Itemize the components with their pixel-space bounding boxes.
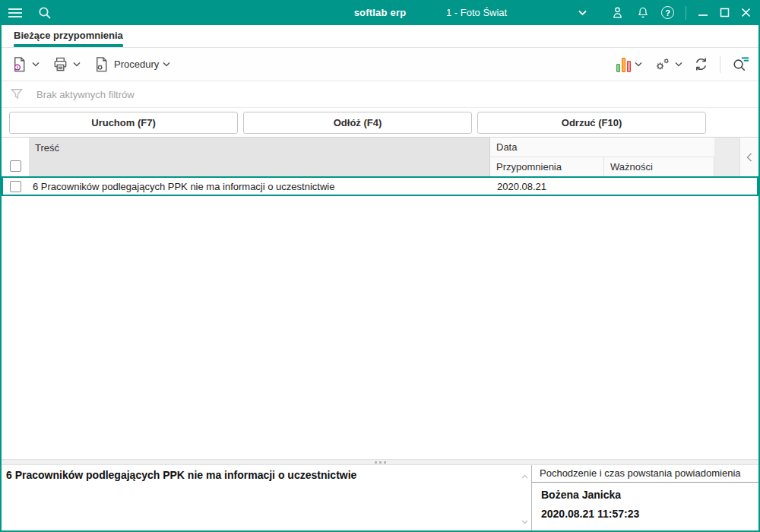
search-filter-button[interactable] (730, 55, 749, 73)
global-search-icon[interactable] (38, 6, 52, 20)
tabbar: Bieżące przypomnienia (2, 25, 758, 48)
close-button[interactable] (741, 8, 751, 17)
chevron-down-icon (578, 10, 587, 16)
maximize-button[interactable] (720, 8, 730, 17)
run-button[interactable]: Uruchom (F7) (9, 112, 238, 134)
notifications-bell-icon[interactable] (636, 5, 650, 20)
filter-funnel-icon (9, 87, 24, 102)
procedures-button[interactable]: Procedury (93, 55, 170, 74)
table-row[interactable]: 6 Pracowników podlegających PPK nie ma i… (2, 176, 758, 196)
column-header-validity-date[interactable]: Ważności (604, 157, 714, 176)
chevron-down-icon (635, 62, 642, 68)
reminder-message-text: 6 Pracowników podlegających PPK nie ma i… (2, 465, 531, 530)
header-checkbox-cell (2, 138, 29, 176)
analysis-chart-button[interactable] (616, 57, 642, 72)
document-gear-icon (93, 55, 110, 74)
table-body (2, 196, 758, 459)
titlebar-separator (686, 6, 686, 20)
gears-icon (652, 55, 671, 74)
company-name: 1 - Foto Świat (446, 7, 507, 18)
table-header: Treść Data Przypomnienia Ważności (2, 137, 758, 176)
header-trailing-cell (714, 138, 739, 176)
settings-button[interactable] (652, 55, 682, 74)
select-all-checkbox[interactable] (10, 160, 21, 172)
company-selector[interactable]: 1 - Foto Świat (446, 7, 587, 18)
chevron-down-icon (675, 62, 682, 68)
reject-button[interactable]: Odrzuć (F10) (477, 112, 706, 134)
date-subcolumns: Przypomnienia Ważności (490, 157, 714, 176)
detail-panel: 6 Pracowników podlegających PPK nie ma i… (2, 465, 758, 530)
user-icon[interactable] (610, 5, 625, 20)
horizontal-splitter[interactable] (2, 459, 758, 465)
splitter-collapse-down-icon[interactable] (521, 514, 528, 527)
chevron-down-icon (32, 62, 40, 68)
document-info-icon (11, 55, 28, 74)
bar-chart-icon (616, 57, 631, 72)
help-icon[interactable]: ? (661, 6, 674, 19)
search-filter-icon (730, 55, 749, 73)
chevron-down-icon (163, 62, 170, 68)
origin-panel: Pochodzenie i czas powstania powiadomien… (531, 465, 758, 530)
tab-label: Bieżące przypomnienia (14, 30, 123, 44)
filterbar: Brak aktywnych filtrów (2, 81, 758, 108)
minimize-button[interactable] (698, 8, 708, 18)
tab-current-reminders[interactable]: Bieżące przypomnienia (14, 30, 123, 47)
postpone-button[interactable]: Odłóż (F4) (243, 112, 472, 134)
column-header-date-group[interactable]: Data (490, 138, 714, 157)
tab-active-underline (14, 44, 123, 47)
app-title: softlab erp (354, 7, 407, 18)
side-panel-collapse-strip[interactable] (739, 138, 758, 176)
splitter-collapse-up-icon[interactable] (521, 468, 528, 482)
column-header-reminder-date[interactable]: Przypomnienia (490, 157, 604, 176)
column-group-date: Data Przypomnienia Ważności (490, 138, 714, 176)
printer-icon (52, 55, 69, 73)
notification-created-at: 2020.08.21 11:57:23 (532, 501, 758, 520)
refresh-icon (692, 55, 710, 73)
origin-panel-title: Pochodzenie i czas powstania powiadomien… (532, 465, 758, 483)
chevron-down-icon (73, 62, 81, 68)
toolbar-separator (720, 56, 720, 73)
toolbar-right (616, 55, 749, 74)
document-info-button[interactable] (11, 55, 40, 74)
app-window: softlab erp 1 - Foto Świat ? (0, 0, 760, 532)
titlebar-left (2, 6, 52, 20)
filter-status-text: Brak aktywnych filtrów (36, 89, 135, 100)
print-button[interactable] (52, 55, 81, 73)
procedures-label: Procedury (114, 59, 159, 70)
action-bar: Uruchom (F7) Odłóż (F4) Odrzuć (F10) (2, 108, 758, 137)
toolbar: Procedury (2, 48, 758, 81)
row-reminder-date: 2020.08.21 (492, 181, 606, 192)
chevron-left-icon (746, 153, 752, 162)
row-content: 6 Pracowników podlegających PPK nie ma i… (28, 181, 492, 192)
refresh-button[interactable] (692, 55, 710, 73)
row-checkbox[interactable] (10, 181, 21, 192)
titlebar: softlab erp 1 - Foto Świat ? (2, 0, 758, 25)
titlebar-controls: ? (610, 5, 751, 20)
menu-icon[interactable] (8, 7, 23, 19)
column-header-content[interactable]: Treść (29, 138, 490, 176)
notification-author: Bożena Janicka (532, 483, 758, 501)
row-checkbox-cell (3, 181, 28, 192)
